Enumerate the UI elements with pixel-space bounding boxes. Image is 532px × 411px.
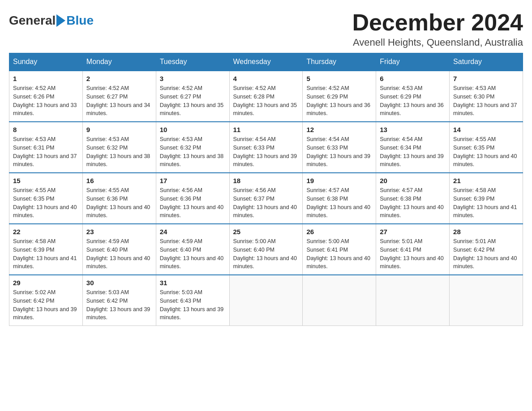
day-info: Sunrise: 5:03 AMSunset: 6:43 PMDaylight:… [160, 288, 226, 322]
day-number: 24 [160, 228, 226, 235]
calendar-cell: 26Sunrise: 5:00 AMSunset: 6:41 PMDayligh… [303, 224, 376, 275]
day-info: Sunrise: 4:57 AMSunset: 6:38 PMDaylight:… [306, 186, 372, 220]
day-number: 11 [233, 126, 299, 133]
day-info: Sunrise: 4:52 AMSunset: 6:28 PMDaylight:… [233, 84, 299, 118]
day-info: Sunrise: 4:59 AMSunset: 6:40 PMDaylight:… [86, 237, 152, 271]
calendar-cell: 1Sunrise: 4:52 AMSunset: 6:26 PMDaylight… [9, 71, 83, 122]
day-info: Sunrise: 4:58 AMSunset: 6:39 PMDaylight:… [13, 237, 79, 271]
calendar-cell: 12Sunrise: 4:54 AMSunset: 6:33 PMDayligh… [303, 122, 376, 173]
calendar-cell: 24Sunrise: 4:59 AMSunset: 6:40 PMDayligh… [156, 224, 229, 275]
day-number: 14 [453, 126, 519, 133]
day-number: 20 [380, 177, 446, 184]
day-info: Sunrise: 4:58 AMSunset: 6:39 PMDaylight:… [453, 186, 519, 220]
calendar-week-row: 8Sunrise: 4:53 AMSunset: 6:31 PMDaylight… [9, 122, 523, 173]
calendar-cell: 22Sunrise: 4:58 AMSunset: 6:39 PMDayligh… [9, 224, 83, 275]
day-info: Sunrise: 4:53 AMSunset: 6:30 PMDaylight:… [453, 84, 519, 118]
calendar-cell: 16Sunrise: 4:55 AMSunset: 6:36 PMDayligh… [82, 173, 156, 224]
logo-blue: Blue [66, 13, 94, 28]
day-number: 22 [13, 228, 79, 235]
calendar-cell [229, 275, 303, 326]
calendar-cell [303, 275, 376, 326]
calendar-cell: 23Sunrise: 4:59 AMSunset: 6:40 PMDayligh… [82, 224, 156, 275]
day-number: 26 [306, 228, 372, 235]
calendar-week-row: 15Sunrise: 4:55 AMSunset: 6:35 PMDayligh… [9, 173, 523, 224]
title-area: December 2024 Avenell Heights, Queenslan… [352, 9, 523, 48]
day-number: 6 [380, 75, 446, 82]
day-info: Sunrise: 4:55 AMSunset: 6:35 PMDaylight:… [453, 135, 519, 169]
calendar-cell: 15Sunrise: 4:55 AMSunset: 6:35 PMDayligh… [9, 173, 83, 224]
day-number: 7 [453, 75, 519, 82]
header-saturday: Saturday [450, 53, 523, 71]
day-number: 8 [13, 126, 79, 133]
calendar-cell: 19Sunrise: 4:57 AMSunset: 6:38 PMDayligh… [303, 173, 376, 224]
day-info: Sunrise: 4:56 AMSunset: 6:37 PMDaylight:… [233, 186, 299, 220]
calendar-cell: 6Sunrise: 4:53 AMSunset: 6:29 PMDaylight… [376, 71, 450, 122]
calendar-cell: 30Sunrise: 5:03 AMSunset: 6:42 PMDayligh… [82, 275, 156, 326]
day-number: 16 [86, 177, 152, 184]
calendar-week-row: 1Sunrise: 4:52 AMSunset: 6:26 PMDaylight… [9, 71, 523, 122]
calendar-cell: 3Sunrise: 4:52 AMSunset: 6:27 PMDaylight… [156, 71, 229, 122]
day-number: 31 [160, 279, 226, 287]
day-info: Sunrise: 5:02 AMSunset: 6:42 PMDaylight:… [13, 288, 79, 322]
day-info: Sunrise: 4:56 AMSunset: 6:36 PMDaylight:… [160, 186, 226, 220]
day-number: 9 [86, 126, 152, 133]
day-number: 4 [233, 75, 299, 82]
calendar-table: Sunday Monday Tuesday Wednesday Thursday… [9, 53, 523, 326]
page-header: General Blue December 2024 Avenell Heigh… [9, 9, 523, 48]
calendar-cell: 27Sunrise: 5:01 AMSunset: 6:41 PMDayligh… [376, 224, 450, 275]
calendar-cell: 25Sunrise: 5:00 AMSunset: 6:40 PMDayligh… [229, 224, 303, 275]
day-info: Sunrise: 5:03 AMSunset: 6:42 PMDaylight:… [86, 288, 152, 322]
day-info: Sunrise: 4:55 AMSunset: 6:36 PMDaylight:… [86, 186, 152, 220]
header-thursday: Thursday [303, 53, 376, 71]
header-sunday: Sunday [9, 53, 83, 71]
day-number: 13 [380, 126, 446, 133]
day-info: Sunrise: 4:52 AMSunset: 6:27 PMDaylight:… [160, 84, 226, 118]
day-number: 10 [160, 126, 226, 133]
calendar-cell [450, 275, 523, 326]
day-info: Sunrise: 4:54 AMSunset: 6:34 PMDaylight:… [380, 135, 446, 169]
calendar-week-row: 29Sunrise: 5:02 AMSunset: 6:42 PMDayligh… [9, 275, 523, 326]
logo-general: General [9, 13, 56, 28]
header-tuesday: Tuesday [156, 53, 229, 71]
day-info: Sunrise: 4:53 AMSunset: 6:31 PMDaylight:… [13, 135, 79, 169]
day-number: 15 [13, 177, 79, 184]
logo: General Blue [9, 13, 94, 28]
calendar-cell: 13Sunrise: 4:54 AMSunset: 6:34 PMDayligh… [376, 122, 450, 173]
calendar-cell: 20Sunrise: 4:57 AMSunset: 6:38 PMDayligh… [376, 173, 450, 224]
calendar-cell: 29Sunrise: 5:02 AMSunset: 6:42 PMDayligh… [9, 275, 83, 326]
month-year-title: December 2024 [352, 9, 523, 36]
day-number: 2 [86, 75, 152, 82]
calendar-cell: 8Sunrise: 4:53 AMSunset: 6:31 PMDaylight… [9, 122, 83, 173]
calendar-week-row: 22Sunrise: 4:58 AMSunset: 6:39 PMDayligh… [9, 224, 523, 275]
calendar-cell: 2Sunrise: 4:52 AMSunset: 6:27 PMDaylight… [82, 71, 156, 122]
calendar-cell: 28Sunrise: 5:01 AMSunset: 6:42 PMDayligh… [450, 224, 523, 275]
day-number: 17 [160, 177, 226, 184]
day-info: Sunrise: 4:57 AMSunset: 6:38 PMDaylight:… [380, 186, 446, 220]
day-info: Sunrise: 4:52 AMSunset: 6:29 PMDaylight:… [306, 84, 372, 118]
calendar-cell: 14Sunrise: 4:55 AMSunset: 6:35 PMDayligh… [450, 122, 523, 173]
day-number: 1 [13, 75, 79, 82]
svg-marker-0 [56, 14, 65, 27]
day-info: Sunrise: 4:53 AMSunset: 6:32 PMDaylight:… [86, 135, 152, 169]
calendar-cell: 17Sunrise: 4:56 AMSunset: 6:36 PMDayligh… [156, 173, 229, 224]
location-subtitle: Avenell Heights, Queensland, Australia [352, 37, 523, 48]
day-number: 28 [453, 228, 519, 235]
day-number: 27 [380, 228, 446, 235]
header-friday: Friday [376, 53, 450, 71]
day-number: 19 [306, 177, 372, 184]
header-monday: Monday [82, 53, 156, 71]
day-info: Sunrise: 4:54 AMSunset: 6:33 PMDaylight:… [306, 135, 372, 169]
day-number: 18 [233, 177, 299, 184]
calendar-cell: 5Sunrise: 4:52 AMSunset: 6:29 PMDaylight… [303, 71, 376, 122]
calendar-cell: 10Sunrise: 4:53 AMSunset: 6:32 PMDayligh… [156, 122, 229, 173]
day-info: Sunrise: 5:01 AMSunset: 6:42 PMDaylight:… [453, 237, 519, 271]
day-info: Sunrise: 4:53 AMSunset: 6:32 PMDaylight:… [160, 135, 226, 169]
calendar-cell: 9Sunrise: 4:53 AMSunset: 6:32 PMDaylight… [82, 122, 156, 173]
weekday-header-row: Sunday Monday Tuesday Wednesday Thursday… [9, 53, 523, 71]
day-info: Sunrise: 4:52 AMSunset: 6:26 PMDaylight:… [13, 84, 79, 118]
day-info: Sunrise: 5:00 AMSunset: 6:41 PMDaylight:… [306, 237, 372, 271]
day-info: Sunrise: 4:54 AMSunset: 6:33 PMDaylight:… [233, 135, 299, 169]
calendar-cell [376, 275, 450, 326]
day-number: 25 [233, 228, 299, 235]
day-info: Sunrise: 4:59 AMSunset: 6:40 PMDaylight:… [160, 237, 226, 271]
